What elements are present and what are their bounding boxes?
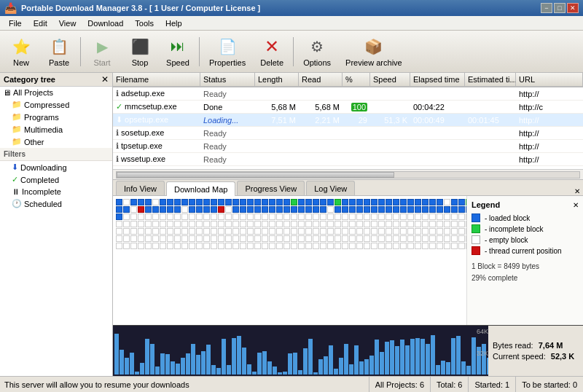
map-block <box>349 228 356 235</box>
map-block <box>232 221 239 227</box>
paste-button[interactable]: 📋 Paste <box>41 34 77 70</box>
map-block <box>320 221 326 227</box>
menu-file[interactable]: File <box>3 17 28 29</box>
file-icon-1: ✓ mmcsetup.exe <box>113 101 200 112</box>
sidebar-item-compressed[interactable]: 📁 Compressed <box>0 98 112 111</box>
sidebar-item-scheduled[interactable]: 🕐 Scheduled <box>0 197 112 210</box>
properties-button[interactable]: 📄 Properties <box>203 34 252 70</box>
filters-section-label: Filters <box>0 148 112 161</box>
main-content: Category tree ✕ 🖥 All Projects 📁 Compres… <box>0 73 583 376</box>
col-header-url[interactable]: URL <box>516 73 583 86</box>
sidebar-item-all-projects[interactable]: 🖥 All Projects <box>0 87 112 98</box>
speed-bar <box>318 359 323 375</box>
map-block <box>123 206 130 213</box>
options-button[interactable]: ⚙ Options <box>297 34 337 70</box>
bottom-panel: Info View Download Map Progress View Log… <box>113 179 583 376</box>
speed-bar <box>216 368 221 375</box>
menu-download[interactable]: Download <box>82 17 129 29</box>
map-block <box>203 235 210 242</box>
map-block <box>334 221 341 227</box>
map-block <box>247 199 254 205</box>
map-block <box>356 206 363 213</box>
speed-bar <box>186 353 190 375</box>
delete-button[interactable]: ✕ Delete <box>254 34 290 70</box>
sidebar-item-completed[interactable]: ✓ Completed <box>0 173 112 186</box>
sidebar-item-other[interactable]: 📁 Other <box>0 136 112 148</box>
close-button[interactable]: ✕ <box>567 3 579 13</box>
map-block <box>203 213 210 220</box>
tab-download-map[interactable]: Download Map <box>166 181 235 196</box>
status-total: Total: 6 <box>431 377 469 392</box>
stop-button[interactable]: ⬛ Stop <box>122 34 158 70</box>
all-projects-label: All Projects <box>13 88 53 97</box>
speed-button[interactable]: ⏭ Speed <box>160 34 196 70</box>
tab-log-view[interactable]: Log View <box>306 181 355 195</box>
map-block <box>218 243 224 249</box>
map-block <box>313 228 319 235</box>
tab-info-view[interactable]: Info View <box>116 181 165 195</box>
scroll-thumb[interactable] <box>117 172 394 178</box>
col-header-speed[interactable]: Speed <box>370 73 410 86</box>
menu-help[interactable]: Help <box>160 17 188 29</box>
map-block <box>327 213 334 220</box>
menu-tools[interactable]: Tools <box>129 17 160 29</box>
col-header-elapsed[interactable]: Elapsed time <box>410 73 465 86</box>
table-row[interactable]: ℹ wssetup.exe Ready http:// <box>113 153 583 166</box>
bytes-read-label: Bytes read: <box>493 341 533 350</box>
minimize-button[interactable]: − <box>541 3 552 13</box>
menu-view[interactable]: View <box>53 17 82 29</box>
table-row[interactable]: ✓ mmcsetup.exe Done 5,68 M 5,68 M 100 00… <box>113 101 583 114</box>
new-button[interactable]: ⭐ New <box>3 34 39 70</box>
map-block <box>458 213 465 220</box>
map-block <box>386 228 392 235</box>
properties-icon: 📄 <box>216 36 239 57</box>
preview-button[interactable]: 📦 Preview archive <box>339 34 409 70</box>
sidebar-item-downloading[interactable]: ⬇ Downloading <box>0 161 112 173</box>
map-block <box>123 243 130 249</box>
map-block <box>247 213 254 220</box>
file-estimated-1 <box>465 106 516 108</box>
maximize-button[interactable]: □ <box>554 3 566 13</box>
sidebar-item-multimedia[interactable]: 📁 Multimedia <box>0 123 112 136</box>
map-block <box>356 221 363 227</box>
sidebar-close-button[interactable]: ✕ <box>101 75 109 84</box>
sidebar-item-incomplete[interactable]: ⏸ Incomplete <box>0 186 112 197</box>
map-block <box>203 243 210 249</box>
speed-bar <box>334 369 338 375</box>
table-row[interactable]: ℹ sosetup.exe Ready http:// <box>113 127 583 140</box>
col-header-filename[interactable]: Filename <box>113 73 200 86</box>
speed-bar <box>171 361 175 375</box>
map-block <box>298 243 305 249</box>
map-block <box>378 221 385 227</box>
map-block <box>342 213 348 220</box>
map-block <box>160 199 166 205</box>
col-header-estimated[interactable]: Estimated ti... <box>465 73 516 86</box>
table-row[interactable]: ℹ adsetup.exe Ready http:// <box>113 87 583 101</box>
map-block <box>130 213 137 220</box>
map-block <box>320 235 326 242</box>
tab-progress-view[interactable]: Progress View <box>237 181 305 195</box>
bytes-read-value: 7,64 M <box>539 341 563 350</box>
col-header-read[interactable]: Read <box>299 73 343 86</box>
map-block <box>342 221 348 227</box>
horizontal-scrollbar[interactable] <box>113 169 583 179</box>
file-url-5: http:// <box>516 154 583 165</box>
file-estimated-2: 00:01:45 <box>465 115 516 125</box>
col-header-pct[interactable]: % <box>343 73 370 86</box>
sidebar-item-programs[interactable]: 📁 Programs <box>0 111 112 123</box>
map-block <box>386 243 392 249</box>
map-block <box>167 206 173 213</box>
legend-close-button[interactable]: ✕ <box>573 201 579 209</box>
file-pct-3 <box>343 133 370 134</box>
col-header-status[interactable]: Status <box>200 73 255 86</box>
table-row[interactable]: ⬇ opsetup.exe Loading... 7,51 M 2,21 M 2… <box>113 114 583 127</box>
map-block <box>415 228 421 235</box>
file-icon-4: ℹ tpsetup.exe <box>113 141 200 152</box>
tab-panel-close-button[interactable]: ✕ <box>574 187 583 195</box>
map-block <box>429 221 436 227</box>
map-block <box>196 243 203 249</box>
speed-bar <box>150 344 154 375</box>
menu-edit[interactable]: Edit <box>28 17 53 29</box>
table-row[interactable]: ℹ tpsetup.exe Ready http:// <box>113 140 583 153</box>
col-header-length[interactable]: Length <box>255 73 299 86</box>
